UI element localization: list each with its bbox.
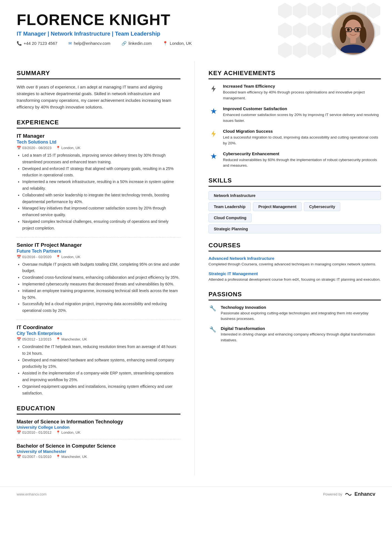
achievement-3: Cloud Migration Success Led a successful… bbox=[209, 129, 381, 146]
passion-1-content: Technology Innovation Passionate about e… bbox=[221, 305, 381, 322]
edu-2-dates: 📅 01/2007 - 01/2010 bbox=[17, 455, 51, 459]
edu-2-school: University of Manchester bbox=[17, 449, 180, 454]
passion-1: 🔧 Technology Innovation Passionate about… bbox=[209, 305, 381, 322]
job-1-dates: 📅 03/2020 - 08/2023 bbox=[17, 146, 51, 150]
location-text: London, UK bbox=[170, 41, 192, 46]
job-3-bullets: Coordinated the IT helpdesk team, reduci… bbox=[17, 344, 180, 396]
bullet: Led a team of 15 IT professionals, impro… bbox=[22, 152, 180, 166]
achievement-2-title: Improved Customer Satisfaction bbox=[223, 106, 381, 111]
passion-1-icon: 🔧 bbox=[209, 305, 217, 312]
bullet: Navigated complex technical challenges, … bbox=[22, 218, 180, 232]
left-column: SUMMARY With over 8 years of experience,… bbox=[0, 61, 195, 475]
skill-project: Project Management bbox=[253, 202, 302, 211]
edu-1-degree: Master of Science in Information Technol… bbox=[17, 419, 180, 425]
skills-title: SKILLS bbox=[209, 177, 381, 187]
candidate-title: IT Manager | Network Infrastructure | Te… bbox=[17, 31, 320, 37]
phone-text: +44 20 7123 4567 bbox=[24, 41, 57, 46]
svg-point-9 bbox=[340, 26, 346, 43]
phone-contact: 📞 +44 20 7123 4567 bbox=[17, 41, 57, 46]
job-1-meta: 📅 03/2020 - 08/2023 📍 London, UK bbox=[17, 146, 180, 150]
skills-grid: Network Infrastructure Team Leadership P… bbox=[209, 191, 381, 233]
achievement-4-title: Cybersecurity Enhancement bbox=[223, 151, 381, 156]
achievement-3-icon bbox=[209, 129, 219, 139]
passion-2-icon: 🔧 bbox=[209, 326, 217, 333]
summary-title: SUMMARY bbox=[17, 70, 180, 79]
candidate-avatar bbox=[331, 11, 375, 56]
passion-2-content: Digital Transformation Interested in dri… bbox=[221, 326, 381, 343]
bullet: Implemented cybersecurity measures that … bbox=[22, 281, 180, 288]
passion-2-text: Interested in driving change and enhanci… bbox=[221, 332, 381, 343]
candidate-name: FLORENCE KNIGHT bbox=[17, 11, 320, 28]
edu-1-location: 📍 London, UK bbox=[56, 430, 80, 435]
bullet: Organised equipment upgrades and install… bbox=[22, 383, 180, 397]
svg-point-7 bbox=[341, 45, 366, 53]
contact-info: 📞 +44 20 7123 4567 ✉ help@enhancv.com 🔗 … bbox=[17, 41, 320, 46]
job-2: Senior IT Project Manager Future Tech Pa… bbox=[17, 242, 180, 314]
achievement-1-text: Boosted team efficiency by 40% through p… bbox=[223, 90, 381, 101]
bullet: Successfully led a cloud migration proje… bbox=[22, 301, 180, 314]
footer-brand-name: Enhancv bbox=[354, 491, 375, 497]
footer-powered-by: Powered by bbox=[323, 492, 342, 496]
achievement-2-content: Improved Customer Satisfaction Enhanced … bbox=[223, 106, 381, 124]
achievement-3-title: Cloud Migration Success bbox=[223, 129, 381, 134]
achievement-4-content: Cybersecurity Enhancement Reduced vulner… bbox=[223, 151, 381, 169]
skill-cloud: Cloud Computing bbox=[209, 213, 252, 222]
svg-marker-11 bbox=[211, 85, 216, 92]
course-2-text: Attended a professional development cour… bbox=[209, 277, 381, 282]
job-2-meta: 📅 01/2016 - 02/2020 📍 London, UK bbox=[17, 255, 180, 259]
experience-section: EXPERIENCE IT Manager Tech Solutions Ltd… bbox=[17, 119, 180, 396]
job-1-title: IT Manager bbox=[17, 133, 180, 139]
footer-website: www.enhancv.com bbox=[17, 492, 46, 496]
footer: www.enhancv.com Powered by Enhancv bbox=[0, 487, 392, 502]
job-2-company: Future Tech Partners bbox=[17, 249, 180, 254]
title-sep1: | bbox=[48, 31, 51, 37]
edu-2: Bachelor of Science in Computer Science … bbox=[17, 443, 180, 459]
resume-page: FLORENCE KNIGHT IT Manager | Network Inf… bbox=[0, 0, 392, 555]
job-2-location: 📍 London, UK bbox=[56, 255, 80, 259]
course-1: Advanced Network Infrastructure Complete… bbox=[209, 256, 381, 267]
course-2-title: Strategic IT Management bbox=[209, 271, 381, 276]
passion-2-title: Digital Transformation bbox=[221, 326, 381, 331]
header-section: FLORENCE KNIGHT IT Manager | Network Inf… bbox=[0, 0, 392, 61]
bullet: Assisted in the implementation of a comp… bbox=[22, 370, 180, 383]
job-3-location: 📍 Manchester, UK bbox=[56, 337, 87, 341]
edu-1-dates: 📅 01/2010 - 01/2012 bbox=[17, 430, 51, 435]
right-column: KEY ACHIEVEMENTS Increased Team Efficien… bbox=[195, 61, 392, 475]
skill-cyber: Cybersecurity bbox=[304, 202, 340, 211]
achievement-4-text: Reduced vulnerabilities by 60% through t… bbox=[223, 157, 381, 169]
enhancv-logo-icon bbox=[344, 492, 352, 497]
location-icon: 📍 bbox=[163, 41, 168, 46]
courses-section: COURSES Advanced Network Infrastructure … bbox=[209, 242, 381, 282]
job-1-location: 📍 London, UK bbox=[56, 146, 80, 150]
job-2-bullets: Oversaw multiple IT projects with budget… bbox=[17, 261, 180, 314]
achievement-3-text: Led a successful migration to cloud, imp… bbox=[223, 135, 381, 146]
main-content: SUMMARY With over 8 years of experience,… bbox=[0, 61, 392, 487]
job-1-company: Tech Solutions Ltd bbox=[17, 140, 180, 145]
email-icon: ✉ bbox=[68, 41, 72, 46]
course-2: Strategic IT Management Attended a profe… bbox=[209, 271, 381, 282]
achievements-section: KEY ACHIEVEMENTS Increased Team Efficien… bbox=[209, 70, 381, 169]
achievement-2-icon: ★ bbox=[209, 106, 219, 116]
edu-1-meta: 📅 01/2010 - 01/2012 📍 London, UK bbox=[17, 430, 180, 435]
achievement-3-content: Cloud Migration Success Led a successful… bbox=[223, 129, 381, 146]
bullet: Implemented a new network infrastructure… bbox=[22, 179, 180, 192]
achievement-2-text: Enhanced customer satisfaction scores by… bbox=[223, 112, 381, 124]
achievement-1-content: Increased Team Efficiency Boosted team e… bbox=[223, 84, 381, 101]
skill-leadership: Team Leadership bbox=[209, 202, 251, 211]
summary-text: With over 8 years of experience, I am ad… bbox=[17, 84, 180, 110]
skills-section: SKILLS Network Infrastructure Team Leade… bbox=[209, 177, 381, 233]
achievement-1: Increased Team Efficiency Boosted team e… bbox=[209, 84, 381, 101]
svg-rect-8 bbox=[350, 38, 356, 43]
edu-1-school: University College London bbox=[17, 425, 180, 430]
courses-title: COURSES bbox=[209, 242, 381, 251]
passion-1-text: Passionate about exploring cutting-edge … bbox=[221, 310, 381, 322]
education-section: EDUCATION Master of Science in Informati… bbox=[17, 405, 180, 459]
title-part2: Network Infrastructure bbox=[51, 31, 110, 37]
title-part1: IT Manager bbox=[17, 31, 46, 37]
achievement-2: ★ Improved Customer Satisfaction Enhance… bbox=[209, 106, 381, 124]
bullet: Developed and enforced IT strategy that … bbox=[22, 166, 180, 179]
svg-point-5 bbox=[347, 28, 350, 31]
passions-section: PASSIONS 🔧 Technology Innovation Passion… bbox=[209, 291, 381, 343]
bullet: Coordinated cross-functional teams, enha… bbox=[22, 274, 180, 281]
bullet: Managed key initiatives that improved cu… bbox=[22, 205, 180, 218]
